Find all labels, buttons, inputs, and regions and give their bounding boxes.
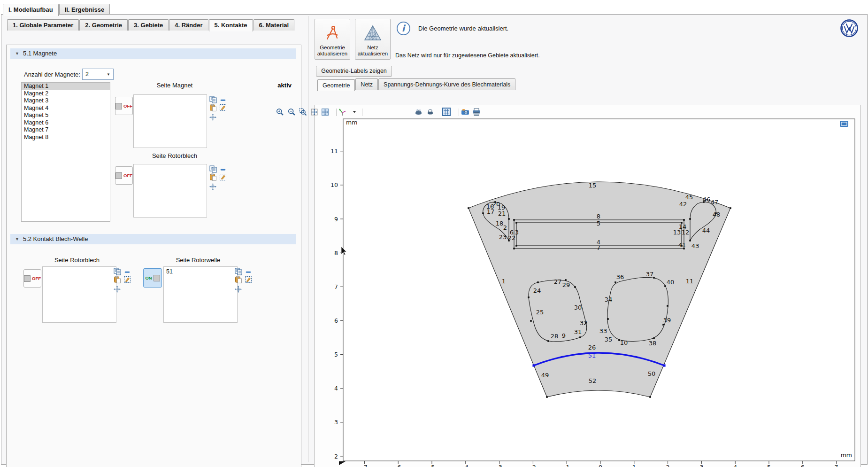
magnet-list-item[interactable]: Magnet 3 [22, 97, 110, 105]
boundary-label-10[interactable]: 10 [620, 339, 628, 346]
main-tab-i-modellaufbau[interactable]: I. Modellaufbau [3, 4, 59, 16]
paste-icon[interactable] [114, 276, 121, 285]
zoom-box-icon[interactable] [298, 107, 307, 117]
boundary-label-31[interactable]: 31 [574, 328, 582, 335]
boundary-label-7[interactable]: 7 [597, 244, 600, 251]
magnet-list-item[interactable]: Magnet 7 [22, 126, 110, 134]
selection-box-seite-rotorblech[interactable] [133, 164, 207, 218]
boundary-label-49[interactable]: 49 [541, 372, 549, 379]
step-tab-1-globale-parameter[interactable]: 1. Globale Parameter [7, 19, 79, 31]
magnet-count-select[interactable]: 2 ▼ [82, 69, 114, 80]
clear-selection-icon[interactable] [219, 104, 227, 113]
clear-selection-icon[interactable] [245, 276, 252, 285]
boundary-label-41[interactable]: 41 [678, 241, 686, 249]
boundary-label-22[interactable]: 22 [508, 234, 516, 241]
boundary-label-1[interactable]: 1 [502, 278, 506, 285]
boundary-label-37[interactable]: 37 [646, 271, 654, 278]
snapshot-alt-icon[interactable] [425, 107, 435, 117]
boundary-label-34[interactable]: 34 [605, 296, 613, 303]
boundary-label-45[interactable]: 45 [685, 194, 693, 201]
update-mesh-button[interactable]: Netzaktualisieren [355, 19, 391, 60]
section-header-kontakt[interactable]: ▼5.2 Kontakt Blech-Welle [10, 234, 296, 244]
step-tab-4-ränder[interactable]: 4. Ränder [169, 19, 208, 31]
boundary-label-12[interactable]: 12 [682, 229, 690, 236]
toggle-kontakt-rotorwelle[interactable]: ON [143, 268, 162, 288]
paste-icon[interactable] [209, 173, 217, 183]
toggle-seite-magnet[interactable]: OFF [115, 97, 133, 115]
boundary-label-8[interactable]: 8 [597, 213, 600, 220]
show-geometry-labels-button[interactable]: Geometrie-Labels zeigen [316, 66, 392, 77]
orientation-axes-icon[interactable] [338, 107, 347, 117]
selection-box-kontakt-rotorwelle[interactable]: 51 [163, 266, 238, 323]
boundary-label-40[interactable]: 40 [667, 279, 675, 286]
boundary-label-18[interactable]: 18 [496, 220, 504, 227]
boundary-label-48[interactable]: 48 [713, 211, 721, 218]
boundary-label-9[interactable]: 9 [562, 332, 566, 339]
zoom-selection-icon[interactable] [235, 286, 242, 295]
boundary-label-42[interactable]: 42 [679, 201, 687, 208]
boundary-label-29[interactable]: 29 [562, 281, 570, 288]
snapshot-icon[interactable] [414, 107, 423, 117]
zoom-selection-icon[interactable] [209, 183, 216, 192]
grid-icon[interactable] [442, 107, 451, 117]
paste-icon[interactable] [235, 276, 242, 285]
boundary-label-52[interactable]: 52 [589, 377, 597, 384]
boundary-label-17[interactable]: 17 [487, 208, 495, 215]
boundary-label-32[interactable]: 32 [580, 319, 588, 327]
boundary-label-27[interactable]: 27 [554, 278, 562, 285]
boundary-label-38[interactable]: 38 [649, 340, 657, 347]
boundary-label-47[interactable]: 47 [711, 199, 719, 206]
selection-box-kontakt-rotorblech[interactable] [42, 266, 116, 323]
boundary-label-28[interactable]: 28 [551, 333, 559, 340]
geometry-plot[interactable]: -7-6-5-4-3-2-101234567234567891011 15454… [315, 117, 860, 467]
boundary-label-43[interactable]: 43 [691, 242, 699, 249]
graphics-tab-spannungs-dehnungs-kurve-des-blechmaterials[interactable]: Spannungs-Dehnungs-Kurve des Blechmateri… [378, 78, 515, 90]
boundary-label-2[interactable]: 2 [503, 224, 507, 231]
magnet-list-item[interactable]: Magnet 2 [22, 90, 110, 98]
boundary-label-26[interactable]: 26 [588, 344, 596, 351]
boundary-label-33[interactable]: 33 [599, 327, 607, 335]
zoom-in-icon[interactable] [275, 107, 284, 117]
zoom-selection-icon[interactable] [114, 286, 121, 295]
magnet-list-item[interactable]: Magnet 1 [22, 83, 110, 90]
dropdown-arrow-icon[interactable] [350, 107, 359, 117]
update-geometry-button[interactable]: Geometrieaktualisieren [315, 19, 350, 60]
boundary-label-46[interactable]: 46 [703, 196, 711, 203]
zoom-fit-icon[interactable] [320, 107, 330, 117]
zoom-out-icon[interactable] [287, 107, 296, 117]
step-tab-6-material[interactable]: 6. Material [253, 19, 295, 31]
boundary-label-24[interactable]: 24 [533, 287, 541, 294]
zoom-selection-icon[interactable] [209, 114, 216, 123]
toggle-seite-rotorblech[interactable]: OFF [115, 166, 133, 185]
step-tab-3-gebiete[interactable]: 3. Gebiete [128, 19, 169, 31]
clear-selection-icon[interactable] [123, 276, 131, 285]
selected-boundary-label[interactable]: 51 [588, 352, 596, 359]
zoom-extents-icon[interactable] [309, 107, 319, 117]
boundary-label-35[interactable]: 35 [605, 336, 613, 343]
boundary-label-5[interactable]: 5 [597, 220, 600, 227]
boundary-label-50[interactable]: 50 [648, 370, 656, 377]
paste-icon[interactable] [209, 104, 217, 113]
boundary-label-15[interactable]: 15 [589, 182, 597, 189]
boundary-label-39[interactable]: 39 [663, 317, 671, 324]
boundary-label-30[interactable]: 30 [574, 304, 582, 311]
clear-selection-icon[interactable] [219, 173, 227, 183]
graphics-tab-netz[interactable]: Netz [355, 78, 378, 90]
step-tab-5-kontakte[interactable]: 5. Kontakte [209, 19, 253, 31]
toggle-kontakt-rotorblech[interactable]: OFF [23, 269, 41, 288]
boundary-label-36[interactable]: 36 [616, 273, 624, 280]
boundary-label-11[interactable]: 11 [686, 278, 694, 285]
plot-settings-icon[interactable] [840, 121, 848, 127]
boundary-label-13[interactable]: 13 [673, 229, 681, 236]
step-tab-2-geometrie[interactable]: 2. Geometrie [79, 19, 128, 31]
magnet-list-item[interactable]: Magnet 5 [22, 112, 110, 119]
selection-box-seite-magnet[interactable] [133, 94, 207, 148]
print-icon[interactable] [472, 107, 481, 117]
graphics-tab-geometrie[interactable]: Geometrie [317, 79, 355, 91]
boundary-label-23[interactable]: 23 [499, 234, 507, 241]
section-header-magnete[interactable]: ▼5.1 Magnete [10, 48, 296, 59]
camera-icon[interactable] [461, 107, 470, 117]
boundary-label-44[interactable]: 44 [702, 227, 710, 234]
magnet-list[interactable]: Magnet 1Magnet 2Magnet 3Magnet 4Magnet 5… [21, 82, 110, 222]
magnet-list-item[interactable]: Magnet 4 [22, 105, 110, 112]
